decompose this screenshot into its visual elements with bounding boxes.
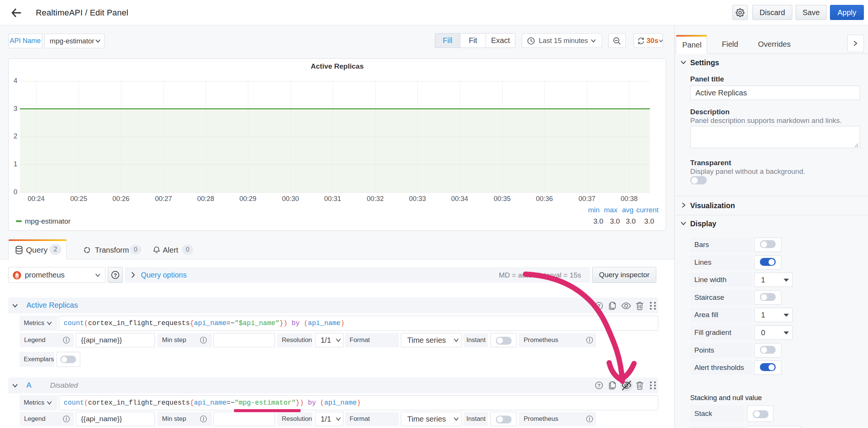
- svg-text:?: ?: [114, 272, 117, 278]
